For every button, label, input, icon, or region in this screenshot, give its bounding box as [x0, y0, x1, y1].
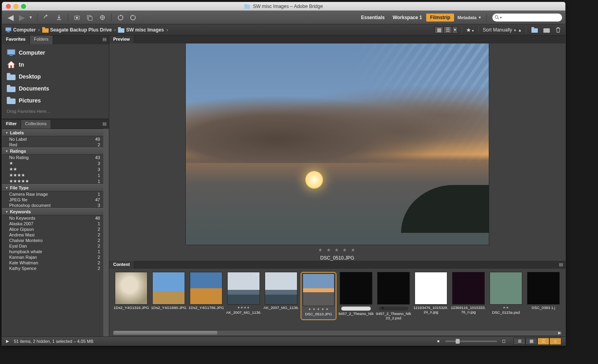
- filter-row[interactable]: Alaska 20071: [2, 221, 103, 226]
- thumbnail[interactable]: DSC_0383 1.j: [525, 272, 561, 320]
- rotate-cw-icon[interactable]: [128, 13, 139, 22]
- filter-row[interactable]: No Keywords48: [2, 215, 103, 221]
- thumbnail[interactable]: 12369116_1015333…76_n.jpg: [450, 272, 486, 320]
- new-folder-icon[interactable]: [530, 26, 539, 34]
- thumbnail-quality-toggle[interactable]: ▦☰▼: [435, 26, 458, 33]
- boomerang-icon[interactable]: [41, 13, 52, 22]
- tab-preview[interactable]: Preview: [109, 35, 134, 43]
- workspace-essentials[interactable]: Essentials: [357, 14, 389, 22]
- filter-row[interactable]: ★★★★★1: [2, 178, 103, 184]
- favorite-documents[interactable]: Documents: [2, 83, 109, 94]
- view-grid-lock-icon[interactable]: ⊞: [513, 338, 525, 345]
- thumb-rating: ★ ★ ★ ★ ★: [308, 307, 329, 311]
- filter-section[interactable]: ▼Keywords: [2, 208, 103, 215]
- content-scrollbar[interactable]: ◀ ▶: [112, 330, 562, 336]
- breadcrumb-drive[interactable]: Seagate Backup Plus Drive: [42, 27, 112, 33]
- window-close-button[interactable]: [6, 4, 11, 9]
- tab-content[interactable]: Content: [109, 261, 134, 269]
- get-photos-icon[interactable]: [71, 13, 83, 22]
- workspace-1[interactable]: Workspace 1: [389, 14, 426, 22]
- panel-menu-icon[interactable]: ▤: [100, 35, 109, 44]
- sidebar-scrollbar[interactable]: [103, 129, 109, 336]
- thumbnail[interactable]: 1Ds2_Y4G1316.JPG: [113, 272, 149, 320]
- view-list-icon[interactable]: ≡: [549, 338, 561, 345]
- tab-collections[interactable]: Collections: [21, 120, 51, 129]
- filter-row[interactable]: Camera Raw image1: [2, 191, 103, 197]
- filter-section[interactable]: ▼Labels: [2, 129, 103, 136]
- favorite-desktop[interactable]: Desktop: [2, 71, 109, 83]
- thumbnail[interactable]: ⊕⊙★★★★AK_2007_MG_1136.CR2: [226, 272, 262, 320]
- sort-menu[interactable]: Sort Manually ▼ ▲: [483, 27, 522, 33]
- thumbnail-size-slider[interactable]: [445, 340, 497, 342]
- search-input[interactable]: [504, 15, 560, 20]
- rating-filter-button[interactable]: ★▼: [466, 27, 474, 33]
- filter-row[interactable]: Eyal Dan2: [2, 243, 103, 249]
- open-recent-icon[interactable]: [542, 26, 551, 34]
- filter-row[interactable]: Red2: [2, 142, 103, 148]
- favorite-pictures[interactable]: Pictures: [2, 94, 109, 106]
- workspace-metadata[interactable]: Metadata ▼: [454, 14, 485, 21]
- breadcrumb-computer[interactable]: Computer: [5, 27, 36, 33]
- thumbnail[interactable]: ★ ★ ★ ★ ★DSC_0510.JPG: [301, 272, 336, 320]
- filter-row[interactable]: ★★3: [2, 166, 103, 172]
- nav-recent-menu[interactable]: ▼: [28, 13, 34, 22]
- filter-row[interactable]: Kannan Rajan2: [2, 254, 103, 260]
- preview-panel: ★ ★ ★ ★ ★ DSC_0510.JPG: [109, 43, 565, 261]
- filter-row[interactable]: Kate Whatman2: [2, 260, 103, 266]
- preview-rating[interactable]: ★ ★ ★ ★ ★: [318, 247, 356, 253]
- filter-row[interactable]: No Label49: [2, 136, 103, 142]
- nav-forward-button[interactable]: ▶: [16, 13, 28, 22]
- thumbnail[interactable]: 9457_2_Theano_Nikitas_091.jpg: [338, 272, 374, 320]
- workspace-filmstrip[interactable]: Filmstrip: [426, 14, 454, 22]
- disclosure-icon[interactable]: ▶: [6, 339, 9, 343]
- filter-row[interactable]: JPEG file47: [2, 197, 103, 203]
- thumbnail[interactable]: AK_2007_MG_1136.JPG: [263, 272, 299, 320]
- preview-image[interactable]: [186, 43, 489, 245]
- svg-rect-0: [244, 5, 250, 9]
- thumb-image: [115, 272, 148, 305]
- tab-filter[interactable]: Filter: [2, 120, 21, 129]
- view-details-icon[interactable]: ☰: [537, 338, 549, 345]
- filter-row[interactable]: Photoshop document3: [2, 203, 103, 208]
- filter-row[interactable]: humpback whale1: [2, 249, 103, 254]
- content-panel-menu-icon[interactable]: ▤: [557, 261, 565, 269]
- thumb-filename: 1Ds2_Y4G1316.JPG: [114, 306, 149, 310]
- refine-icon[interactable]: [84, 13, 95, 22]
- filter-row[interactable]: ★★★★1: [2, 172, 103, 178]
- trash-icon[interactable]: [554, 26, 562, 34]
- tab-favorites[interactable]: Favorites: [2, 35, 30, 44]
- thumbnail[interactable]: 12193476_1015328…24_n.jpg: [413, 272, 449, 320]
- filter-panel-menu-icon[interactable]: ▤: [100, 120, 109, 129]
- thumbnail[interactable]: 9457_2_Theano_Niki…23_2.psd: [376, 272, 411, 320]
- favorite-computer[interactable]: Computer: [2, 47, 109, 59]
- search-field[interactable]: ▾: [492, 14, 562, 22]
- favorite-home[interactable]: tn: [2, 59, 109, 71]
- svg-point-7: [495, 16, 498, 18]
- filter-row[interactable]: Kathy Spence2: [2, 266, 103, 271]
- thumb-image: [527, 272, 560, 305]
- filter-row[interactable]: No Rating43: [2, 155, 103, 160]
- thumbnail[interactable]: ★★DSC_0123a.psd: [488, 272, 524, 320]
- filter-section[interactable]: ▼File Type: [2, 184, 103, 191]
- nav-back-button[interactable]: ◀: [5, 13, 16, 22]
- rotate-ccw-icon[interactable]: [115, 13, 126, 22]
- reveal-icon[interactable]: [53, 13, 65, 22]
- grid-icon: ▦: [435, 26, 443, 33]
- filter-row[interactable]: ★3: [2, 160, 103, 166]
- window-zoom-button[interactable]: [21, 4, 26, 9]
- view-thumbnails-icon[interactable]: ▦: [525, 338, 537, 345]
- tab-folders[interactable]: Folders: [30, 35, 53, 44]
- thumbnail[interactable]: 1Ds2_Y4G1690.JPG: [151, 272, 187, 320]
- filter-row[interactable]: Alice Gipson2: [2, 226, 103, 232]
- filter-section[interactable]: ▼Ratings: [2, 148, 103, 155]
- breadcrumb-folder[interactable]: SW misc Images: [118, 27, 164, 33]
- window-minimize-button[interactable]: [14, 4, 18, 9]
- thumb-filename: DSC_0510.JPG: [301, 312, 336, 316]
- thumbnail[interactable]: 1Ds2_Y4G1786.JPG: [188, 272, 224, 320]
- thumb-filename: 9457_2_Theano_Niki…23_2.psd: [376, 312, 411, 320]
- breadcrumb: Computer › Seagate Backup Plus Drive › S…: [2, 24, 565, 35]
- output-icon[interactable]: [97, 13, 108, 22]
- filter-row[interactable]: Chalvar Monteiro2: [2, 238, 103, 243]
- svg-rect-5: [89, 17, 92, 20]
- filter-row[interactable]: Andrew Masi2: [2, 232, 103, 238]
